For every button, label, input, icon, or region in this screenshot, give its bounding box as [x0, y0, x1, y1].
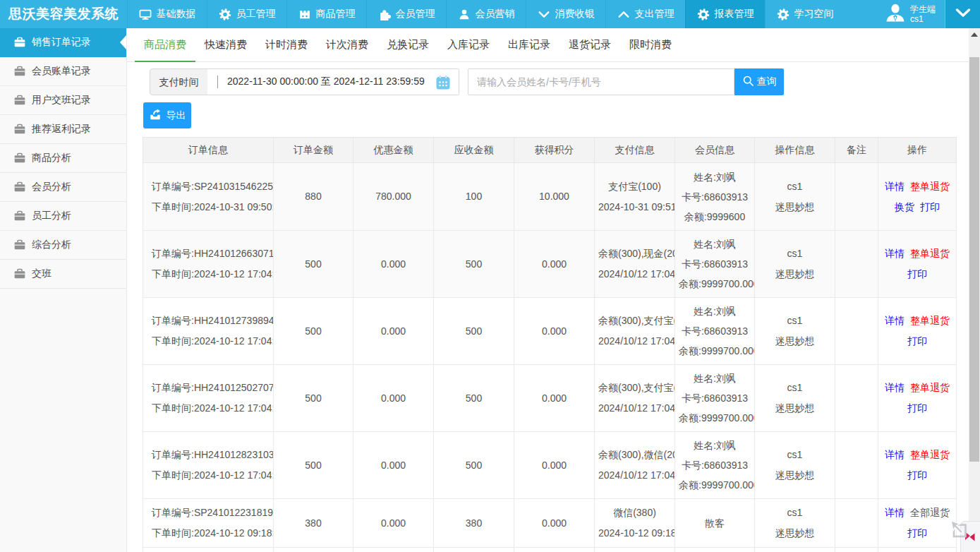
nav-item-0[interactable]: 基础数据: [127, 0, 207, 28]
sidebar-item-label: 商品分析: [32, 152, 71, 164]
sidebar-item-7[interactable]: 综合分析: [0, 231, 126, 260]
sidebar-item-5[interactable]: 会员分析: [0, 173, 126, 202]
sidebar: 销售订单记录会员账单记录用户交班记录推荐返利记录商品分析会员分析员工分析综合分析…: [0, 28, 127, 552]
cell-line: 下单时间:2024-10-12 09:18:55: [152, 523, 274, 544]
cell-line: 卡号:68603913: [682, 388, 748, 408]
person-icon: [458, 8, 471, 21]
nav-item-label: 报表管理: [715, 8, 754, 20]
pay-time-field-button[interactable]: 支付时间: [150, 68, 208, 95]
table-row-2: 订单编号:HH2410127398941下单时间:2024-10-12 17:0…: [143, 298, 957, 365]
nav-item-label: 会员管理: [396, 8, 435, 20]
cell-payment-info: 余额(300),支付宝(200)2024/10/12 17:04:33: [595, 298, 675, 365]
sidebar-item-0[interactable]: 销售订单记录: [0, 28, 126, 57]
nav-item-1[interactable]: 员工管理: [207, 0, 286, 28]
nav-item-6[interactable]: 支出管理: [605, 0, 685, 28]
cell-actions: 详情整单退货换货打印: [878, 163, 957, 231]
cell-operator-info: cs1迷思妙想: [755, 432, 835, 499]
action-refund[interactable]: 整单退货: [910, 382, 950, 393]
scrollbar-up-arrow-icon[interactable]: [969, 28, 980, 40]
nav-item-8[interactable]: 学习空间: [765, 0, 845, 28]
sidebar-item-8[interactable]: 交班: [0, 260, 126, 289]
collapse-menu-button[interactable]: [945, 0, 980, 28]
top-navigation-bar: 思沃美容美发系统 基础数据员工管理商品管理会员管理会员营销消费收银支出管理报表管…: [0, 0, 980, 28]
export-button[interactable]: 导出: [143, 102, 191, 128]
cell-line: 2024-10-31 09:51:14: [598, 197, 675, 217]
nav-item-4[interactable]: 会员营销: [446, 0, 526, 28]
nav-item-7[interactable]: 报表管理: [685, 0, 765, 28]
sidebar-item-label: 员工分析: [32, 210, 71, 222]
sidebar-item-label: 综合分析: [32, 239, 71, 251]
action-link[interactable]: 详情: [885, 315, 905, 326]
action-link[interactable]: 全部退货: [910, 507, 950, 518]
table-row-3: 订单编号:HH2410125027071下单时间:2024-10-12 17:0…: [143, 365, 957, 432]
cell-discount-amount: 780.000: [353, 163, 434, 231]
tab-0[interactable]: 商品消费: [135, 28, 195, 62]
action-refund[interactable]: 整单退货: [910, 181, 950, 192]
action-link[interactable]: 详情: [885, 507, 905, 518]
calendar-icon[interactable]: [435, 75, 451, 92]
sidebar-item-2[interactable]: 用户交班记录: [0, 86, 126, 115]
action-link[interactable]: 换货: [895, 201, 914, 212]
tab-5[interactable]: 入库记录: [438, 28, 499, 62]
action-refund[interactable]: 整单退货: [910, 449, 950, 460]
cell-operator-info: cs1迷思妙想: [755, 163, 835, 231]
nav-item-2[interactable]: 商品管理: [286, 0, 366, 28]
cell-order-amount: 500: [274, 365, 353, 432]
tab-bar: 商品消费快速消费计时消费计次消费兑换记录入库记录出库记录退货记录限时消费: [127, 28, 969, 62]
cell-operator-info: cs1迷思妙想: [755, 499, 835, 548]
action-link[interactable]: 详情: [885, 382, 905, 393]
cell-line: 迷思妙想: [775, 197, 815, 217]
action-link[interactable]: 打印: [907, 335, 927, 347]
action-link[interactable]: 打印: [907, 527, 927, 539]
cell-line: 余额(300),微信(200): [598, 445, 675, 465]
action-link[interactable]: 详情: [885, 181, 905, 192]
tab-7[interactable]: 退货记录: [559, 28, 620, 62]
cell-receivable-amount: 500: [434, 231, 514, 298]
scrollbar-thumb[interactable]: [969, 57, 979, 462]
sidebar-item-1[interactable]: 会员账单记录: [0, 57, 126, 86]
cell-line: 迷思妙想: [775, 523, 815, 544]
cell-receivable-amount: 380: [434, 499, 514, 548]
briefcase-icon: [14, 37, 25, 48]
vertical-scrollbar[interactable]: [969, 28, 980, 552]
action-link[interactable]: 详情: [885, 248, 905, 259]
sidebar-item-3[interactable]: 推荐返利记录: [0, 115, 126, 144]
nav-item-label: 支出管理: [635, 8, 674, 20]
action-link[interactable]: 打印: [907, 402, 927, 414]
sidebar-item-6[interactable]: 员工分析: [0, 202, 126, 231]
action-link[interactable]: 详情: [885, 449, 905, 460]
tab-8[interactable]: 限时消费: [620, 28, 681, 62]
sidebar-item-label: 交班: [32, 268, 52, 280]
tab-3[interactable]: 计次消费: [317, 28, 377, 62]
nav-item-5[interactable]: 消费收银: [526, 0, 605, 28]
tab-1[interactable]: 快速消费: [195, 28, 256, 62]
cell-operator-info: cs1迷思妙想: [755, 298, 835, 365]
actions-line: 打印: [882, 264, 952, 284]
user-menu[interactable]: 学生端 cs1: [876, 0, 945, 28]
date-range-value: 2022-11-30 00:00:00 至 2024-12-11 23:59:5…: [227, 76, 425, 88]
nav-item-3[interactable]: 会员管理: [366, 0, 446, 28]
date-range-input[interactable]: 2022-11-30 00:00:00 至 2024-12-11 23:59:5…: [207, 68, 459, 95]
tab-6[interactable]: 出库记录: [499, 28, 559, 62]
search-button[interactable]: 查询: [734, 68, 784, 95]
search-icon: [742, 75, 754, 89]
cell-actions: 详情整单退货打印: [878, 365, 957, 432]
action-refund[interactable]: 整单退货: [910, 248, 950, 259]
cell-line: 余额(300),支付宝(200): [598, 378, 675, 398]
sidebar-item-4[interactable]: 商品分析: [0, 144, 126, 173]
cell-line: 卡号:68603913: [682, 254, 748, 274]
cell-line: 下单时间:2024-10-12 17:04:31: [152, 398, 274, 419]
column-header-7: 操作信息: [755, 138, 835, 163]
actions-line: 打印: [882, 398, 952, 419]
action-link[interactable]: 打印: [920, 201, 940, 212]
search-input[interactable]: [468, 68, 734, 95]
cell-line: 下单时间:2024-10-31 09:50:34: [152, 197, 274, 217]
action-link[interactable]: 打印: [907, 268, 927, 280]
action-link[interactable]: 打印: [907, 469, 927, 481]
action-refund[interactable]: 整单退货: [910, 315, 950, 326]
tab-4[interactable]: 兑换记录: [377, 28, 438, 62]
cell-member-info: 散客: [675, 499, 755, 548]
column-header-9: 操作: [878, 138, 957, 163]
tab-2[interactable]: 计时消费: [256, 28, 317, 62]
table-cell-partial: [434, 548, 514, 552]
